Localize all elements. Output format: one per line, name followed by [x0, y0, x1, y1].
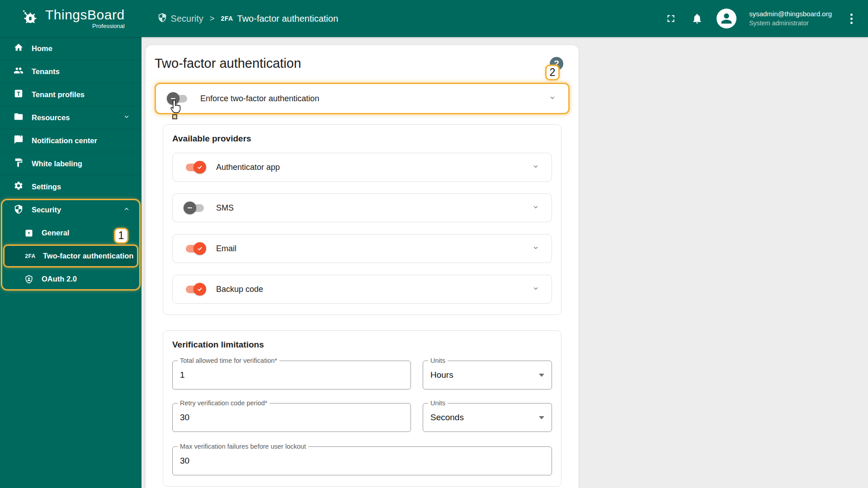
- toggle-check-icon: [193, 161, 206, 174]
- enforce-2fa-panel[interactable]: Enforce two-factor authentication: [155, 83, 570, 114]
- sidebar-item-security[interactable]: Security: [0, 198, 142, 221]
- page-title: Two-factor authentication: [155, 56, 301, 71]
- cursor-click-marker: [172, 114, 177, 119]
- retry-period-field[interactable]: Retry verification code period* 30: [172, 403, 411, 432]
- more-menu-icon[interactable]: [844, 12, 858, 25]
- provider-row-sms[interactable]: SMS: [172, 193, 552, 222]
- enforce-2fa-label: Enforce two-factor authentication: [200, 94, 319, 103]
- tenants-people-icon: [14, 66, 24, 77]
- sidebar-item-resources[interactable]: Resources: [0, 106, 142, 129]
- sidebar-item-label: Tenant profiles: [32, 90, 85, 99]
- select-value[interactable]: Hours: [423, 361, 552, 389]
- user-email: sysadmin@thingsboard.org: [749, 9, 832, 19]
- annotation-step-badge-2: 2: [545, 65, 560, 80]
- home-icon: [14, 42, 24, 54]
- chevron-down-icon[interactable]: [532, 284, 540, 294]
- tenant-profiles-icon: T: [14, 89, 24, 100]
- breadcrumb-separator: >: [210, 14, 215, 23]
- folder-icon: [14, 112, 24, 123]
- authenticator-app-toggle[interactable]: [184, 161, 205, 174]
- chevron-down-icon: [123, 113, 131, 122]
- settings-box-icon: [24, 229, 34, 238]
- sidebar-item-label: OAuth 2.0: [42, 275, 77, 283]
- shield-icon: [14, 204, 24, 216]
- provider-label: Email: [216, 244, 236, 253]
- chevron-down-icon[interactable]: [532, 203, 540, 213]
- sidebar-item-label: Two-factor authentication: [43, 252, 133, 260]
- toggle-dash-icon: [167, 92, 179, 105]
- field-label: Units: [428, 357, 448, 364]
- provider-label: Authenticator app: [216, 163, 280, 172]
- total-time-field[interactable]: Total allowed time for verification* 1: [172, 361, 411, 389]
- user-avatar[interactable]: [717, 9, 736, 28]
- field-label: Retry verification code period*: [178, 399, 269, 407]
- sidebar-item-label: Notification center: [32, 136, 97, 145]
- logo-title: ThingsBoard: [45, 8, 125, 22]
- sidebar-item-two-factor-authentication[interactable]: 2FA Two-factor authentication: [3, 244, 138, 267]
- sidebar-item-white-labeling[interactable]: White labeling: [0, 152, 142, 175]
- sidebar-item-tenant-profiles[interactable]: T Tenant profiles: [0, 83, 142, 106]
- breadcrumb: Security > 2FA Two-factor authentication: [157, 13, 338, 25]
- provider-row-backup-code[interactable]: Backup code: [172, 275, 552, 304]
- field-label: Units: [428, 399, 448, 407]
- section-heading: Available providers: [172, 134, 552, 144]
- sidebar-item-settings[interactable]: Settings: [0, 175, 142, 198]
- available-providers-section: Available providers Authenticator app SM…: [163, 124, 561, 315]
- svg-text:T: T: [17, 91, 20, 97]
- sidebar-item-label: Home: [32, 44, 52, 53]
- notifications-bell-icon[interactable]: [690, 12, 704, 25]
- chevron-down-icon[interactable]: [532, 162, 540, 172]
- sidebar-item-label: Security: [32, 206, 61, 214]
- logo-subtitle: Professional: [92, 23, 125, 29]
- sidebar-item-label: Settings: [32, 183, 61, 191]
- toggle-check-icon: [193, 283, 206, 296]
- field-value[interactable]: 1: [173, 361, 410, 389]
- breadcrumb-section-label: Security: [171, 14, 203, 24]
- sidebar-item-home[interactable]: Home: [0, 37, 142, 60]
- user-role: System administrator: [749, 19, 832, 28]
- max-failures-field[interactable]: Max verification failures before user lo…: [172, 446, 552, 475]
- notification-center-icon: [14, 135, 24, 146]
- sidebar-item-oauth[interactable]: OAuth 2.0: [0, 267, 142, 291]
- 2fa-icon: 2FA: [25, 253, 36, 259]
- toggle-check-icon: [193, 242, 206, 255]
- sidebar-item-label: General: [42, 229, 69, 237]
- sidebar-item-notification-center[interactable]: Notification center: [0, 129, 142, 152]
- field-label: Max verification failures before user lo…: [178, 443, 308, 450]
- top-header: ThingsBoard Professional Security > 2FA …: [0, 0, 868, 37]
- chevron-down-icon[interactable]: [532, 244, 540, 253]
- toggle-dash-icon: [184, 202, 196, 214]
- sidebar-nav: Home Tenants T Tenant profiles Resources…: [0, 37, 142, 488]
- provider-row-email[interactable]: Email: [172, 234, 552, 263]
- sidebar-security-group: Security General 2FA Two-factor authenti…: [0, 198, 142, 291]
- select-caret-icon: [539, 374, 544, 377]
- sms-toggle[interactable]: [184, 202, 205, 214]
- retry-period-units-select[interactable]: Units Seconds: [423, 403, 552, 432]
- select-value[interactable]: Seconds: [423, 404, 552, 432]
- total-time-units-select[interactable]: Units Hours: [423, 361, 552, 389]
- gear-icon: [14, 181, 24, 192]
- main-content: Two-factor authentication Enforce two-fa…: [142, 37, 868, 488]
- fullscreen-icon[interactable]: [664, 12, 678, 25]
- enforce-2fa-toggle[interactable]: [168, 92, 189, 105]
- sidebar-item-tenants[interactable]: Tenants: [0, 60, 142, 83]
- breadcrumb-security-link[interactable]: Security: [157, 13, 203, 25]
- select-caret-icon: [539, 416, 544, 419]
- thingsboard-logo[interactable]: ThingsBoard Professional: [20, 7, 125, 30]
- field-value[interactable]: 30: [173, 404, 410, 432]
- user-info: sysadmin@thingsboard.org System administ…: [749, 9, 832, 28]
- breadcrumb-current-page: 2FA Two-factor authentication: [221, 14, 338, 24]
- thingsboard-bug-icon: [20, 7, 41, 30]
- verification-limitations-section: Verification limitations Total allowed t…: [163, 330, 561, 487]
- provider-label: Backup code: [216, 285, 263, 294]
- field-value[interactable]: 30: [173, 447, 552, 475]
- provider-row-authenticator-app[interactable]: Authenticator app: [172, 153, 552, 182]
- chevron-down-icon[interactable]: [548, 94, 557, 103]
- annotation-step-badge-1: 1: [114, 228, 128, 244]
- white-labeling-icon: [14, 158, 24, 169]
- provider-label: SMS: [216, 203, 234, 213]
- backup-code-toggle[interactable]: [184, 283, 205, 296]
- sidebar-item-label: Tenants: [32, 67, 60, 76]
- email-toggle[interactable]: [184, 242, 205, 255]
- sidebar-item-label: White labeling: [32, 160, 82, 168]
